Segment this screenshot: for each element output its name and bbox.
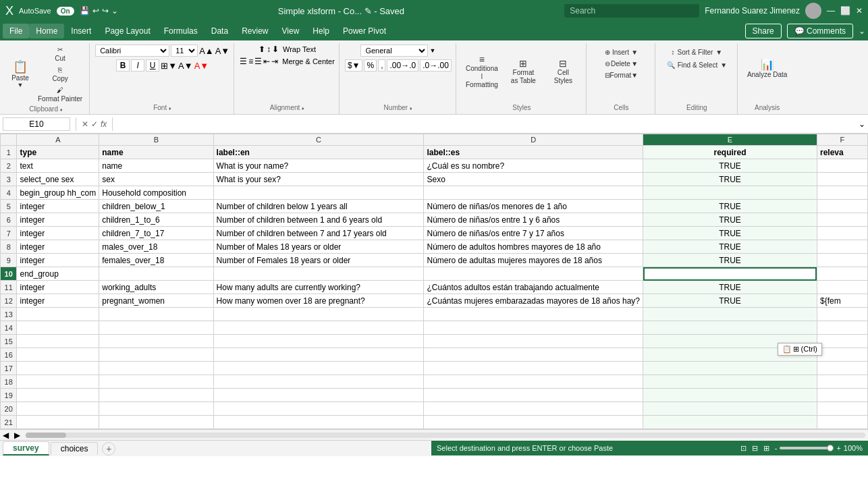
table-cell[interactable] (817, 402, 867, 416)
insert-function-icon[interactable]: fx (101, 119, 107, 129)
table-cell[interactable] (424, 375, 643, 389)
grid-container[interactable]: A B C D E F 1typenamelabel::enlabel::esr… (0, 134, 868, 429)
cell-styles-button[interactable]: ⊟ Cell Styles (545, 45, 582, 99)
clipboard-expand-icon[interactable]: ⬧ (59, 106, 63, 113)
table-cell[interactable]: ¿Cuántas mujeres embarazadas mayores de … (424, 294, 643, 308)
col-header-c[interactable]: C (213, 134, 424, 146)
table-cell[interactable] (643, 389, 817, 402)
table-cell[interactable]: children_7_to_17 (99, 227, 213, 240)
table-cell[interactable]: integer (17, 294, 99, 308)
table-cell[interactable]: ¿Cuántos adultos están trabajando actual… (424, 281, 643, 294)
table-cell[interactable] (99, 308, 213, 321)
table-cell[interactable] (424, 416, 643, 429)
table-cell[interactable] (817, 159, 867, 173)
table-cell[interactable] (99, 348, 213, 362)
table-cell[interactable] (424, 308, 643, 321)
borders-icon[interactable]: ⊞▼ (161, 61, 177, 71)
comma-icon[interactable]: , (378, 59, 385, 72)
customize-icon[interactable]: ⌄ (111, 6, 118, 16)
fill-color-icon[interactable]: A▼ (178, 61, 193, 71)
menu-item-power-pivot[interactable]: Power Pivot (336, 24, 393, 38)
table-cell[interactable]: TRUE (643, 213, 817, 227)
table-cell[interactable] (99, 335, 213, 348)
table-cell[interactable] (17, 416, 99, 429)
table-cell[interactable] (817, 308, 867, 321)
table-cell[interactable]: ¿Cuál es su nombre? (424, 159, 643, 173)
cut-button[interactable]: ✂ Cut (35, 45, 85, 63)
table-cell[interactable]: begin_group hh_com (17, 186, 99, 200)
table-cell[interactable]: Household composition (99, 186, 213, 200)
table-cell[interactable] (643, 186, 817, 200)
table-cell[interactable] (99, 362, 213, 375)
table-cell[interactable] (17, 335, 99, 348)
scroll-right-icon[interactable]: ▶ (11, 431, 23, 440)
table-cell[interactable] (213, 362, 424, 375)
increase-indent-icon[interactable]: ⇥ (271, 57, 278, 66)
table-cell[interactable] (213, 389, 424, 402)
sort-filter-button[interactable]: ↕ Sort & Filter ▼ (664, 47, 730, 57)
table-cell[interactable] (424, 402, 643, 416)
decrease-indent-icon[interactable]: ⇤ (263, 57, 270, 66)
table-cell[interactable] (643, 321, 817, 335)
table-cell[interactable] (643, 375, 817, 389)
search-input[interactable] (564, 4, 699, 18)
table-cell[interactable] (817, 267, 867, 281)
table-cell[interactable] (99, 402, 213, 416)
format-button[interactable]: ⊟ Format ▼ (602, 70, 641, 80)
table-cell[interactable] (817, 389, 867, 402)
table-cell[interactable]: males_over_18 (99, 240, 213, 254)
align-center-icon[interactable]: ≡ (248, 57, 253, 66)
table-cell[interactable]: Número de niñas/os menores de 1 año (424, 200, 643, 213)
menu-item-home[interactable]: Home (29, 24, 64, 38)
table-cell[interactable] (817, 173, 867, 186)
menu-item-formulas[interactable]: Formulas (157, 24, 205, 38)
table-cell[interactable]: children_below_1 (99, 200, 213, 213)
find-select-button[interactable]: 🔍 Find & Select ▼ (664, 60, 730, 70)
table-cell[interactable]: sex (99, 173, 213, 186)
table-cell[interactable] (424, 267, 643, 281)
menu-item-data[interactable]: Data (205, 24, 235, 38)
table-cell[interactable] (213, 308, 424, 321)
share-button[interactable]: Share (745, 24, 782, 38)
table-cell[interactable] (213, 402, 424, 416)
table-cell[interactable]: label::en (213, 146, 424, 159)
font-expand-icon[interactable]: ⬧ (168, 105, 171, 111)
table-cell[interactable]: What is your sex? (213, 173, 424, 186)
copy-button[interactable]: ⎘ Copy (35, 65, 85, 84)
table-cell[interactable] (17, 389, 99, 402)
percent-icon[interactable]: % (364, 59, 377, 72)
table-cell[interactable]: Número de niñas/os entre 7 y 17 años (424, 227, 643, 240)
table-cell[interactable]: ${fem (817, 294, 867, 308)
insert-button[interactable]: ⊕ Insert ▼ (602, 47, 641, 57)
format-as-table-button[interactable]: ⊞ Format as Table (505, 45, 542, 99)
merge-center-button[interactable]: Merge & Center (282, 57, 335, 65)
restore-icon[interactable]: ⬜ (840, 6, 850, 16)
table-cell[interactable]: How many adults are currently working? (213, 281, 424, 294)
conditional-formatting-button[interactable]: ≡ Conditional Formatting (462, 45, 502, 99)
table-cell[interactable] (424, 389, 643, 402)
table-cell[interactable] (213, 321, 424, 335)
formula-bar-expand-icon[interactable]: ⌄ (856, 119, 868, 129)
table-cell[interactable]: females_over_18 (99, 254, 213, 267)
table-cell[interactable]: label::es (424, 146, 643, 159)
horizontal-scrollbar[interactable]: ◀ ▶ (0, 429, 868, 440)
number-expand-icon[interactable]: ⬧ (409, 105, 412, 111)
table-cell[interactable] (17, 308, 99, 321)
paste-ctrl-tooltip[interactable]: 📋 ⊞ (Ctrl) (778, 343, 823, 356)
table-cell[interactable] (817, 281, 867, 294)
table-cell[interactable] (424, 362, 643, 375)
normal-view-icon[interactable]: ⊡ (740, 444, 747, 453)
format-painter-button[interactable]: 🖌 Format Painter (35, 85, 85, 104)
undo-icon[interactable]: ↩ (92, 6, 99, 16)
minimize-icon[interactable]: — (827, 6, 835, 16)
increase-decimal-icon[interactable]: .0→.00 (420, 59, 452, 72)
table-cell[interactable]: name (99, 146, 213, 159)
table-cell[interactable] (17, 321, 99, 335)
page-layout-view-icon[interactable]: ⊟ (752, 444, 758, 453)
currency-icon[interactable]: $▼ (345, 59, 363, 72)
table-cell[interactable] (17, 375, 99, 389)
table-cell[interactable] (99, 375, 213, 389)
table-cell[interactable]: Sexo (424, 173, 643, 186)
table-cell[interactable]: integer (17, 200, 99, 213)
align-middle-icon[interactable]: ↕ (267, 45, 271, 54)
